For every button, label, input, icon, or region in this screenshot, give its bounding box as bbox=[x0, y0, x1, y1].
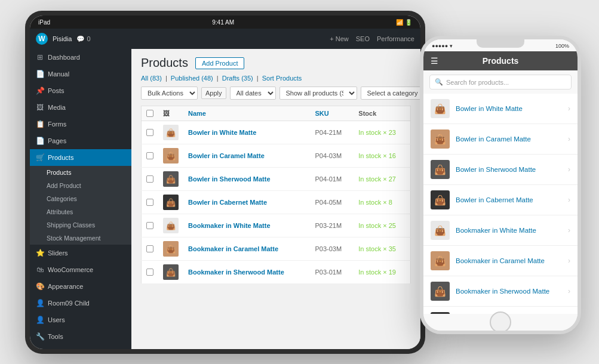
filter-drafts-link[interactable]: Drafts (35) bbox=[222, 75, 253, 82]
home-button[interactable] bbox=[490, 311, 511, 333]
main-content: Products Add Product All (83) | Publishe… bbox=[131, 49, 420, 349]
phone-product-list: 👜 Bowler in White Matte › 👜 Bowler in Ca… bbox=[423, 94, 578, 314]
row-checkbox[interactable] bbox=[146, 152, 153, 159]
sidebar-item-users[interactable]: 👤 Users bbox=[30, 311, 131, 328]
product-name-link[interactable]: Bowler in Sherwood Matte bbox=[188, 175, 271, 183]
row-checkbox[interactable] bbox=[146, 245, 153, 252]
product-thumb: 👜 bbox=[163, 171, 179, 187]
filter-tabs: All (83) | Published (48) | Drafts (35) … bbox=[141, 75, 411, 82]
performance-link[interactable]: Performance bbox=[377, 35, 414, 42]
tablet-status-center: 9:41 AM bbox=[212, 19, 234, 26]
new-link[interactable]: + New bbox=[330, 35, 349, 42]
date-filter-select[interactable]: All dates bbox=[230, 87, 276, 100]
product-stock: In stock × 19 bbox=[354, 261, 410, 284]
phone-search-box: 🔍 Search for products... bbox=[429, 75, 572, 90]
sidebar-item-media[interactable]: 🖼 Media bbox=[30, 99, 131, 116]
phone-product-item[interactable]: 👜 Bowler in Caramel Matte › bbox=[423, 124, 578, 155]
submenu-item-add-product[interactable]: Add Product bbox=[30, 179, 131, 192]
sale-filter-select[interactable]: Show all products (Sale Filt... bbox=[279, 87, 357, 100]
woo-icon: 🛍 bbox=[36, 266, 44, 274]
phone-product-item[interactable]: 👜 Bookmaker in Sherwood Matte › bbox=[423, 276, 578, 307]
product-sku: P03-21M bbox=[310, 214, 354, 237]
posts-icon: 📌 bbox=[36, 87, 44, 95]
submenu-item-categories[interactable]: Categories bbox=[30, 192, 131, 205]
product-name-link[interactable]: Bookmaker in Caramel Matte bbox=[188, 245, 278, 252]
sidebar-label-products: Products bbox=[48, 154, 73, 161]
product-name-link[interactable]: Bowler in Cabernet Matte bbox=[188, 199, 267, 206]
submenu-label-products: Products bbox=[47, 169, 71, 176]
table-row: 👜 Bowler in Sherwood Matte P04-01M In st… bbox=[142, 168, 411, 191]
row-checkbox[interactable] bbox=[146, 222, 153, 229]
col-header-sku[interactable]: SKU bbox=[310, 106, 354, 121]
sidebar-item-room09[interactable]: 👤 Room09 Child bbox=[30, 295, 131, 311]
phone-search-input[interactable]: Search for products... bbox=[446, 79, 566, 86]
room09-icon: 👤 bbox=[36, 299, 44, 307]
sidebar-item-dashboard[interactable]: ⊞ Dashboard bbox=[30, 49, 131, 66]
product-stock: In stock × 27 bbox=[354, 168, 410, 191]
col-header-name[interactable]: Name bbox=[183, 106, 310, 121]
phone-product-item[interactable]: 👜 Bowler in White Matte › bbox=[423, 94, 578, 124]
row-checkbox[interactable] bbox=[146, 129, 153, 136]
manual-icon: 📄 bbox=[36, 70, 44, 78]
submenu-item-products[interactable]: Products bbox=[30, 166, 131, 179]
toolbar: Bulk Actions Apply All dates Show all pr… bbox=[141, 87, 411, 100]
phone-product-thumb: 👜 bbox=[431, 251, 450, 270]
submenu-item-shipping[interactable]: Shipping Classes bbox=[30, 218, 131, 232]
sidebar-item-sliders[interactable]: ⭐ Sliders bbox=[30, 245, 131, 261]
row-checkbox[interactable] bbox=[146, 199, 153, 206]
bulk-actions-select[interactable]: Bulk Actions bbox=[141, 87, 198, 100]
category-filter-select[interactable]: Select a category bbox=[361, 87, 420, 100]
apply-button[interactable]: Apply bbox=[201, 87, 226, 99]
sidebar-item-posts[interactable]: 📌 Posts bbox=[30, 82, 131, 99]
sidebar-item-manual[interactable]: 📄 Manual bbox=[30, 66, 131, 82]
sidebar-item-products[interactable]: 🛒 Products bbox=[30, 149, 131, 166]
add-product-button[interactable]: Add Product bbox=[195, 57, 245, 69]
sidebar-item-appearance[interactable]: 🎨 Appearance bbox=[30, 278, 131, 295]
submenu-item-stock[interactable]: Stock Management bbox=[30, 232, 131, 245]
filter-sort-link[interactable]: Sort Products bbox=[262, 75, 302, 82]
comment-icon[interactable]: 💬 0 bbox=[76, 35, 90, 43]
sidebar-label-room09: Room09 Child bbox=[48, 300, 90, 307]
product-sku: P03-03M bbox=[310, 237, 354, 261]
row-checkbox[interactable] bbox=[146, 175, 153, 183]
chevron-right-icon: › bbox=[568, 135, 570, 143]
sidebar-item-settings[interactable]: ⚙ Settings bbox=[30, 345, 131, 349]
phone-product-thumb: 👜 bbox=[431, 99, 450, 118]
product-name-link[interactable]: Bookmaker in White Matte bbox=[188, 222, 271, 229]
phone-product-item[interactable]: 👜 Bowler in Sherwood Matte › bbox=[423, 155, 578, 185]
product-name-link[interactable]: Bowler in Caramel Matte bbox=[188, 152, 265, 159]
phone-product-name: Bookmaker in Caramel Matte bbox=[456, 257, 562, 264]
filter-published-link[interactable]: Published (48) bbox=[171, 75, 213, 82]
table-row: 👜 Bowler in White Matte P04-21M In stock… bbox=[142, 121, 411, 144]
row-checkbox[interactable] bbox=[146, 269, 153, 276]
phone-product-item[interactable]: 👜 Bookmaker in White Matte › bbox=[423, 215, 578, 246]
filter-all-link[interactable]: All (83) bbox=[141, 75, 162, 82]
product-name-link[interactable]: Bowler in White Matte bbox=[188, 129, 256, 136]
seo-link[interactable]: SEO bbox=[356, 35, 370, 42]
submenu-label-stock: Stock Management bbox=[47, 235, 100, 242]
col-header-stock: Stock bbox=[354, 106, 410, 121]
hamburger-icon[interactable]: ☰ bbox=[431, 56, 438, 66]
page-header: Products Add Product bbox=[141, 56, 411, 70]
submenu-item-attributes[interactable]: Attributes bbox=[30, 205, 131, 218]
phone-product-item[interactable]: 👜 Bookmaker in Caramel Matte › bbox=[423, 246, 578, 276]
sidebar-item-woocommerce[interactable]: 🛍 WooCommerce bbox=[30, 261, 131, 278]
appearance-icon: 🎨 bbox=[36, 282, 44, 291]
sidebar-item-pages[interactable]: 📄 Pages bbox=[30, 132, 131, 149]
phone-product-thumb: 👜 bbox=[431, 221, 450, 240]
users-icon: 👤 bbox=[36, 316, 44, 324]
sidebar-label-dashboard: Dashboard bbox=[48, 54, 80, 61]
sidebar-item-tools[interactable]: 🔧 Tools bbox=[30, 328, 131, 345]
product-thumb: 👜 bbox=[163, 125, 179, 140]
phone-product-item[interactable]: 👜 Bowler in Cabernet Matte › bbox=[423, 185, 578, 215]
sidebar: ⊞ Dashboard 📄 Manual 📌 Posts 🖼 Media bbox=[30, 49, 131, 349]
submenu-label-attributes: Attributes bbox=[47, 208, 73, 215]
phone-device: ●●●●● ▾ 9:41 AM 100% ☰ Products 🔍 Search… bbox=[420, 36, 581, 334]
sidebar-item-forms[interactable]: 📋 Forms bbox=[30, 116, 131, 132]
sidebar-label-users: Users bbox=[48, 316, 65, 323]
product-stock: In stock × 35 bbox=[354, 237, 410, 261]
scene: iPad 9:41 AM 📶 🔋 W Pisidia 💬 0 + New SEO… bbox=[0, 0, 599, 364]
select-all-checkbox[interactable] bbox=[146, 110, 153, 117]
table-row: 👜 Bowler in Caramel Matte P04-03M In sto… bbox=[142, 144, 411, 168]
product-name-link[interactable]: Bookmaker in Sherwood Matte bbox=[188, 269, 284, 276]
